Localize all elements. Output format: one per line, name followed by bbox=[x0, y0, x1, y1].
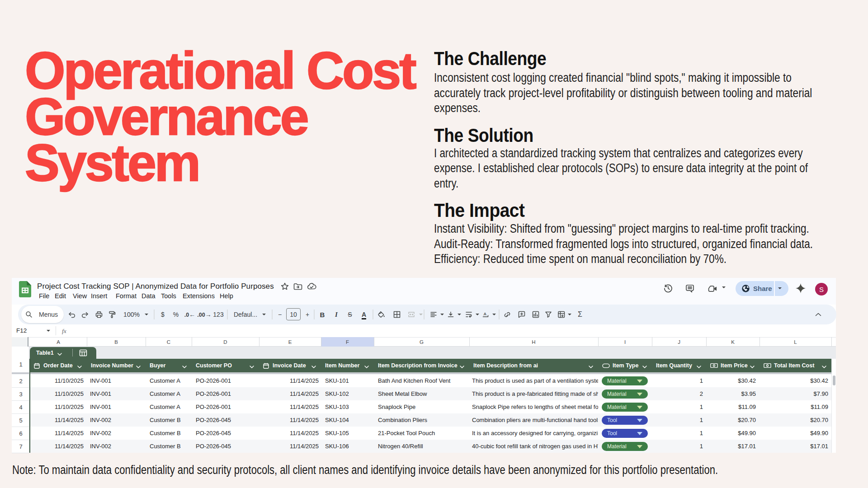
svg-text:fx: fx bbox=[62, 328, 66, 334]
svg-text:A: A bbox=[484, 312, 487, 316]
